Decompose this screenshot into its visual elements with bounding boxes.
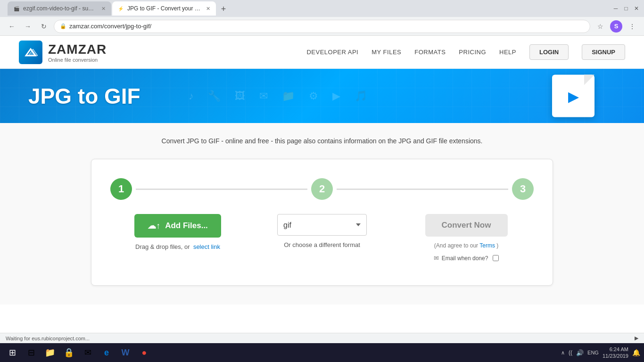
bookmark-button[interactable]: ☆ (594, 20, 606, 33)
hero-banner: ♪ 🔧 🖼 ✉ 📁 ⚙ ▶ 🎵 JPG to GIF ▶ (0, 69, 644, 123)
tab2-close[interactable]: ✕ (206, 6, 210, 12)
description-text: Convert JPG to GIF - online and free - t… (9, 137, 635, 145)
description-area: Convert JPG to GIF - online and free - t… (0, 123, 644, 154)
chrome-icon: ● (142, 348, 147, 358)
forward-button[interactable]: → (22, 20, 34, 33)
clock-time: 6:24 AM (603, 346, 628, 353)
notification-icon[interactable]: 🔔 (632, 349, 640, 356)
terms-prefix: (And agree to our (434, 242, 478, 249)
address-bar-actions: ☆ S ⋮ (594, 20, 638, 33)
logo-area: ZAMZAR Online file conversion (19, 41, 107, 64)
tab2-favicon: ⚡ (118, 5, 124, 12)
mail-icon: ✉ (84, 347, 91, 358)
steps-indicator: 1 2 3 (110, 178, 534, 200)
url-bar[interactable]: 🔒 zamzar.com/convert/jpg-to-gif/ (54, 20, 590, 33)
file-explorer-icon: 📁 (45, 347, 55, 358)
step-line-1-2 (136, 189, 307, 190)
word-icon: W (122, 348, 130, 358)
step-1-content: ☁↑ Add Files... Drag & drop files, or se… (110, 214, 245, 250)
system-tray: ∧ (( 🔊 ENG 6:24 AM 11/23/2019 🔔 (561, 346, 640, 360)
address-bar: ← → ↻ 🔒 zamzar.com/convert/jpg-to-gif/ ☆… (0, 17, 644, 36)
profile-avatar[interactable]: S (610, 20, 622, 33)
drag-drop-text: Drag & drop files, or select link (135, 243, 220, 250)
status-text: Waiting for eus.rubiconproject.com... (6, 336, 90, 341)
logo-text: ZAMZAR Online file conversion (48, 42, 107, 63)
banner-icon-music2: 🎵 (355, 90, 367, 102)
systray-network: (( (569, 349, 572, 356)
nav-formats[interactable]: FORMATS (414, 49, 446, 56)
hero-file-icon: ▶ (552, 75, 594, 117)
close-button[interactable]: ✕ (633, 5, 640, 12)
taskbar-mail[interactable]: ✉ (79, 344, 96, 361)
nav-help[interactable]: HELP (499, 49, 516, 56)
terms-link[interactable]: Terms (479, 242, 495, 249)
tab2-label: JPG to GIF - Convert your JPG to (127, 5, 200, 12)
terms-text: (And agree to our Terms ) (434, 242, 499, 249)
scroll-right-indicator[interactable]: ▶ (635, 335, 638, 341)
new-tab-button[interactable]: + (217, 2, 230, 16)
terms-close: ) (496, 242, 498, 249)
taskbar-word[interactable]: W (117, 344, 134, 361)
tab-2[interactable]: ⚡ JPG to GIF - Convert your JPG to ✕ (112, 1, 216, 16)
menu-button[interactable]: ⋮ (626, 20, 638, 33)
add-files-button[interactable]: ☁↑ Add Files... (134, 214, 221, 238)
taskbar-clock: 6:24 AM 11/23/2019 (603, 346, 628, 360)
select-link[interactable]: select link (193, 243, 220, 250)
hero-decoration: ▶ (531, 74, 616, 118)
tab-1[interactable]: 🎬 ezgif.com-video-to-gif - support ✕ (8, 1, 111, 16)
clock-date: 11/23/2019 (603, 353, 628, 359)
maximize-button[interactable]: □ (622, 5, 630, 12)
edge-icon: e (104, 348, 109, 358)
email-label: Email when done? (442, 255, 488, 262)
signup-button[interactable]: SIGNUP (582, 44, 625, 60)
convert-now-button[interactable]: Convert Now (425, 214, 508, 237)
taskbar-lock[interactable]: 🔒 (60, 344, 77, 361)
format-select[interactable]: gif (277, 214, 367, 236)
systray-volume: 🔊 (576, 349, 584, 356)
nav-my-files[interactable]: MY FILES (372, 49, 401, 56)
window-controls: ─ □ ✕ (612, 5, 640, 12)
page-content: ZAMZAR Online file conversion DEVELOPER … (0, 36, 644, 345)
taskbar-task-view[interactable]: ⊟ (23, 344, 40, 361)
start-button[interactable]: ⊞ (4, 344, 21, 361)
email-checkbox[interactable] (493, 255, 499, 261)
step-2-circle: 2 (311, 178, 333, 200)
choose-format-text: Or choose a different format (284, 241, 360, 248)
navbar: ZAMZAR Online file conversion DEVELOPER … (0, 36, 644, 69)
drag-text: Drag & drop files, or (135, 243, 190, 250)
login-button[interactable]: LOGIN (529, 44, 569, 60)
banner-icon-wrench: 🔧 (208, 90, 221, 102)
banner-icon-folder: 📁 (282, 90, 295, 102)
step-2-content: gif Or choose a different format (255, 214, 389, 248)
minimize-button[interactable]: ─ (612, 5, 619, 12)
taskbar-file-explorer[interactable]: 📁 (41, 344, 58, 361)
start-icon: ⊞ (9, 347, 16, 358)
add-files-label: Add Files... (165, 221, 208, 230)
step-1-circle: 1 (110, 178, 132, 200)
logo-name: ZAMZAR (48, 42, 107, 57)
step-3-content: Convert Now (And agree to our Terms ) ✉ … (399, 214, 534, 262)
play-icon: ▶ (568, 88, 579, 104)
tab1-favicon: 🎬 (13, 5, 19, 12)
banner-icon-mail: ✉ (259, 90, 268, 102)
systray-lang: ENG (587, 350, 599, 355)
browser-titlebar: 🎬 ezgif.com-video-to-gif - support ✕ ⚡ J… (0, 0, 644, 17)
back-button[interactable]: ← (6, 20, 18, 33)
nav-pricing[interactable]: PRICING (459, 49, 486, 56)
steps-content: ☁↑ Add Files... Drag & drop files, or se… (110, 214, 534, 262)
banner-icon-gear: ⚙ (309, 90, 318, 102)
systray-chevron[interactable]: ∧ (561, 350, 565, 356)
windows-taskbar: ⊞ ⊟ 📁 🔒 ✉ e W ● ∧ (( 🔊 ENG 6:24 AM 11/23… (0, 343, 644, 362)
nav-developer-api[interactable]: DEVELOPER API (306, 49, 358, 56)
taskbar-edge[interactable]: e (98, 344, 115, 361)
taskbar-chrome[interactable]: ● (136, 344, 153, 361)
tab1-close[interactable]: ✕ (101, 6, 106, 12)
upload-icon: ☁↑ (148, 221, 160, 231)
tab1-label: ezgif.com-video-to-gif - support (23, 5, 96, 12)
nav-links: DEVELOPER API MY FILES FORMATS PRICING H… (306, 44, 625, 60)
reload-button[interactable]: ↻ (38, 20, 50, 33)
step-3-circle: 3 (512, 178, 534, 200)
url-text: zamzar.com/convert/jpg-to-gif/ (69, 23, 151, 30)
banner-icon-image: 🖼 (235, 90, 245, 102)
banner-icon-music: ♪ (189, 90, 194, 102)
